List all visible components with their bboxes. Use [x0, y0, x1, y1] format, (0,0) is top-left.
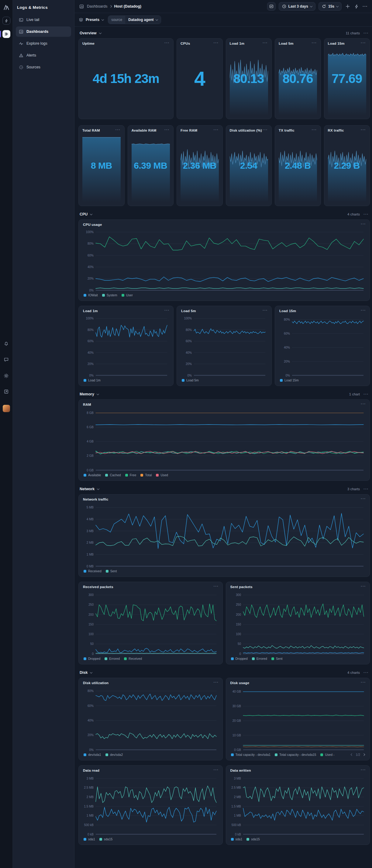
- theme-sun-icon[interactable]: [4, 373, 9, 378]
- legend-item[interactable]: Used -: [320, 753, 334, 756]
- chart-card-disk-usage: Disk usage··· 0 GB10 GB20 GB30 GB40 GB T…: [226, 678, 370, 761]
- more-icon[interactable]: ···: [364, 213, 369, 215]
- legend-item[interactable]: Dropped: [84, 657, 100, 660]
- time-range-button[interactable]: Last 3 days: [279, 2, 315, 11]
- more-icon[interactable]: ···: [214, 769, 219, 771]
- uptime-product-icon[interactable]: [2, 17, 10, 25]
- more-icon[interactable]: ···: [361, 498, 366, 500]
- more-icon[interactable]: ···: [361, 585, 366, 587]
- legend-item[interactable]: sda15: [99, 837, 113, 841]
- stat-card-uptime[interactable]: Uptime··· 4d 15h 23m: [79, 38, 174, 119]
- more-icon[interactable]: ···: [214, 681, 219, 684]
- stat-card-available-ram[interactable]: Available RAM··· 6.39 MB: [128, 125, 174, 206]
- disk-usage-plot[interactable]: 0 GB10 GB20 GB30 GB40 GB: [228, 685, 366, 752]
- legend-label: sda15: [104, 837, 113, 841]
- stat-card-disk-utilization[interactable]: Disk utilization (%)··· 2.54: [226, 125, 272, 206]
- more-icon[interactable]: ···: [214, 585, 219, 587]
- sidebar-item-alerts[interactable]: Alerts: [16, 50, 71, 60]
- refresh-interval-button[interactable]: 15s: [318, 2, 342, 11]
- more-icon[interactable]: ···: [361, 309, 366, 312]
- breadcrumb-root[interactable]: Dashboards: [87, 4, 107, 8]
- load-5m-plot[interactable]: 0%20%40%60%80%100%: [179, 313, 268, 377]
- legend-item[interactable]: Sent: [271, 657, 283, 660]
- legend-item[interactable]: Load 1m: [84, 378, 101, 382]
- stat-card-tx-traffic[interactable]: TX traffic··· 2.48 B: [275, 125, 321, 206]
- sent-packets-plot[interactable]: 050100150200250300: [228, 589, 366, 656]
- legend-item[interactable]: Total capacity - dev/sda1: [231, 753, 271, 756]
- sidebar-item-sources[interactable]: Sources: [16, 62, 71, 72]
- ram-plot[interactable]: 0 GB2 GB4 GB6 GB8 GB: [81, 407, 366, 472]
- betterstack-logo-icon[interactable]: [3, 4, 10, 10]
- legend-item[interactable]: Available: [84, 473, 101, 477]
- more-icon[interactable]: ···: [361, 681, 366, 684]
- legend-item[interactable]: System: [102, 293, 117, 297]
- legend-item[interactable]: dev/sda1: [84, 753, 101, 756]
- legend-item[interactable]: User: [122, 293, 133, 297]
- section-toggle-disk[interactable]: Disk: [80, 671, 92, 675]
- load-1m-plot[interactable]: 0%20%40%60%80%100%: [81, 313, 169, 377]
- pager-next-icon[interactable]: [363, 753, 365, 756]
- legend-item[interactable]: Free: [125, 473, 136, 477]
- more-icon[interactable]: ···: [164, 309, 169, 312]
- legend-item[interactable]: IOWait: [84, 293, 98, 297]
- cpu-usage-plot[interactable]: 0%20%40%60%80%100%: [81, 227, 366, 292]
- more-icon[interactable]: ···: [364, 32, 369, 34]
- legend-item[interactable]: Sent: [106, 569, 117, 573]
- section-toggle-memory[interactable]: Memory: [80, 392, 99, 396]
- sidebar-item-live-tail[interactable]: Live tail: [16, 14, 71, 25]
- presets-button[interactable]: Presets: [79, 18, 104, 22]
- legend-item[interactable]: Used: [156, 473, 168, 477]
- load-15m-plot[interactable]: 0%20%40%60%80%: [277, 313, 366, 377]
- presets-label: Presets: [86, 18, 99, 22]
- more-icon[interactable]: ···: [361, 223, 366, 225]
- stat-card-free-ram[interactable]: Free RAM··· 2.36 MB: [177, 125, 223, 206]
- disk-utilization-plot[interactable]: 0%20%40%60%80%: [81, 685, 219, 752]
- legend-item[interactable]: Total capacity - dev/sda15: [275, 753, 316, 756]
- user-avatar[interactable]: [3, 405, 10, 412]
- updates-icon[interactable]: [4, 389, 9, 394]
- pager-prev-icon[interactable]: [351, 753, 353, 756]
- legend-item[interactable]: Load 5m: [182, 378, 199, 382]
- data-read-plot[interactable]: 0 kB500 kB1 MB1.5 MB2 MB2.5 MB3 MB: [81, 773, 219, 836]
- legend-item[interactable]: sda15: [246, 837, 260, 841]
- more-icon[interactable]: ···: [262, 309, 268, 312]
- legend-item[interactable]: Received: [84, 569, 101, 573]
- more-icon[interactable]: ···: [361, 403, 366, 405]
- legend-item[interactable]: sda1: [84, 837, 95, 841]
- more-icon[interactable]: ···: [363, 5, 368, 8]
- legend-item[interactable]: Dropped: [231, 657, 248, 660]
- legend-item[interactable]: Errored: [252, 657, 267, 660]
- stat-card-load-5m[interactable]: Load 5m··· 80.76: [275, 38, 321, 119]
- filter-chip-source[interactable]: source Datadog agent: [108, 16, 161, 24]
- stat-card-load-15m[interactable]: Load 15m··· 77.69: [324, 38, 370, 119]
- add-chart-icon[interactable]: [345, 3, 351, 9]
- legend-item[interactable]: Received: [124, 657, 142, 660]
- notifications-bell-icon[interactable]: [4, 341, 9, 346]
- network-traffic-plot[interactable]: 0 MB1 MB2 MB3 MB4 MB5 MB: [81, 502, 366, 568]
- legend-item[interactable]: sda1: [231, 837, 243, 841]
- section-toggle-network[interactable]: Network: [80, 487, 99, 491]
- legend-item[interactable]: Errored: [104, 657, 120, 660]
- stat-card-total-ram[interactable]: Total RAM··· 8 MB: [79, 125, 125, 206]
- data-written-plot[interactable]: 0 kB500 kB1 MB1.5 MB2 MB2.5 MB3 MB: [228, 773, 366, 836]
- stat-card-load-1m[interactable]: Load 1m··· 80.13: [226, 38, 272, 119]
- stat-card-cpus[interactable]: CPUs··· 4: [177, 38, 223, 119]
- legend-item[interactable]: Cached: [105, 473, 121, 477]
- legend-item[interactable]: Load 15m: [280, 378, 299, 382]
- more-icon[interactable]: ···: [364, 393, 369, 395]
- feedback-chat-icon[interactable]: [4, 357, 9, 362]
- legend-item[interactable]: dev/sda2: [105, 753, 123, 756]
- legend-item[interactable]: Total: [141, 473, 152, 477]
- stat-card-rx-traffic[interactable]: RX traffic··· 2.29 B: [324, 125, 370, 206]
- section-toggle-overview[interactable]: Overview: [80, 31, 101, 35]
- more-icon[interactable]: ···: [361, 769, 366, 771]
- lightning-icon[interactable]: [354, 4, 360, 9]
- logs-product-icon[interactable]: [2, 30, 10, 38]
- sidebar-item-dashboards[interactable]: Dashboards: [16, 26, 71, 37]
- more-icon[interactable]: ···: [364, 488, 369, 490]
- section-toggle-cpu[interactable]: CPU: [80, 212, 92, 216]
- sidebar-item-explore-logs[interactable]: Explore logs: [16, 38, 71, 49]
- presentation-mode-button[interactable]: [267, 2, 276, 11]
- more-icon[interactable]: ···: [364, 671, 369, 674]
- received-packets-plot[interactable]: 050100150200250300: [81, 589, 219, 656]
